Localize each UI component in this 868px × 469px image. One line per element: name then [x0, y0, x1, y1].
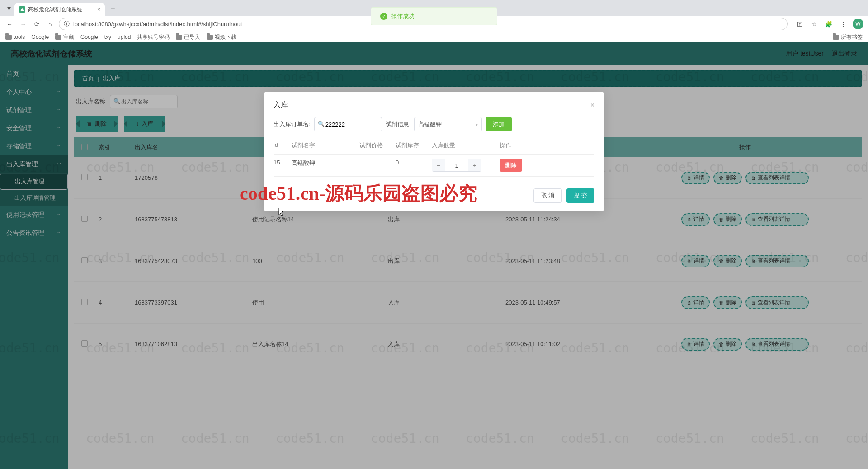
bookmark-item[interactable]: 已导入	[176, 33, 200, 41]
folder-icon	[176, 35, 182, 40]
mth-price: 试剂价格	[359, 141, 396, 150]
mth-stock: 试剂库存	[396, 141, 432, 150]
all-bookmarks[interactable]: 所有书签	[833, 33, 863, 41]
bookmark-item[interactable]: 视频下载	[207, 33, 236, 41]
folder-icon	[833, 35, 839, 40]
mtd-id: 15	[274, 159, 292, 172]
modal-table: id 试剂名字 试剂价格 试剂库存 入库数量 操作 15 高锰酸钾 0 − 1 …	[274, 137, 594, 177]
chevron-down-icon: ▾	[476, 122, 478, 127]
new-tab-button[interactable]: +	[107, 4, 119, 12]
menu-icon[interactable]: ⋮	[838, 21, 848, 28]
stepper-minus[interactable]: −	[432, 159, 445, 171]
back-icon[interactable]: ←	[5, 21, 14, 28]
favicon-icon	[19, 6, 25, 13]
folder-icon	[207, 35, 213, 40]
check-icon: ✓	[380, 13, 387, 20]
toast-success: ✓ 操作成功	[371, 7, 497, 25]
mtd-name: 高锰酸钾	[292, 159, 359, 172]
modal-header: 入库 ×	[264, 92, 604, 113]
submit-button[interactable]: 提 交	[566, 188, 594, 203]
mth-id: id	[274, 141, 292, 150]
bookmark-item[interactable]: txy	[104, 34, 111, 40]
stepper-value: 1	[445, 162, 468, 169]
reload-icon[interactable]: ⟳	[32, 21, 42, 28]
home-icon[interactable]: ⌂	[45, 21, 55, 28]
extensions-icon[interactable]: 🧩	[824, 21, 834, 28]
bookmarks-bar: tools Google 宝藏 Google txy uplod 共享账号密码 …	[0, 32, 868, 42]
bookmark-star-icon[interactable]: ☆	[809, 21, 819, 28]
folder-icon	[55, 35, 61, 40]
reagent-select[interactable]: 高锰酸钾▾	[414, 117, 482, 131]
browser-tab[interactable]: 高校危化试剂仓储系统 ×	[14, 3, 105, 16]
bookmark-item[interactable]: 宝藏	[55, 33, 74, 41]
close-tab-icon[interactable]: ×	[97, 6, 100, 13]
mth-name: 试剂名字	[292, 141, 359, 150]
order-label: 出入库订单名:	[274, 120, 311, 128]
modal-form-row: 出入库订单名: 🔍 试剂信息: 高锰酸钾▾ 添加	[274, 117, 594, 131]
mth-qty: 入库数量	[432, 141, 500, 150]
tab-title: 高校危化试剂仓储系统	[28, 6, 82, 14]
mtd-price	[359, 159, 396, 172]
stepper-plus[interactable]: +	[468, 159, 481, 171]
url-text: localhost:8080/gxwhsjccxt/admin/dist/ind…	[73, 21, 242, 28]
anti-theft-watermark: code51.cn-源码乐园盗图必究	[240, 181, 477, 206]
profile-avatar[interactable]: W	[853, 19, 863, 29]
key-icon[interactable]: ⚿	[795, 21, 805, 28]
add-button[interactable]: 添加	[486, 117, 512, 131]
mth-op: 操作	[500, 141, 545, 150]
bookmark-item[interactable]: uplod	[118, 34, 131, 40]
search-icon: 🔍	[318, 121, 325, 127]
tabs-dropdown[interactable]: ▾	[4, 4, 14, 13]
site-info-icon[interactable]: ⓘ	[64, 20, 70, 28]
bookmark-item[interactable]: 共享账号密码	[137, 33, 170, 41]
quantity-stepper[interactable]: − 1 +	[432, 159, 481, 172]
folder-icon	[5, 35, 12, 40]
modal-table-row: 15 高锰酸钾 0 − 1 + 删除	[274, 155, 594, 177]
row-delete-button[interactable]: 删除	[500, 159, 522, 172]
modal-title: 入库	[274, 100, 288, 110]
mtd-stock: 0	[396, 159, 432, 172]
modal-close-icon[interactable]: ×	[590, 101, 594, 109]
toast-text: 操作成功	[391, 12, 415, 20]
bookmark-item[interactable]: Google	[80, 34, 98, 40]
cancel-button[interactable]: 取 消	[533, 188, 562, 203]
bookmark-item[interactable]: Google	[31, 34, 49, 40]
bookmark-item[interactable]: tools	[5, 34, 25, 40]
reagent-label: 试剂信息:	[386, 120, 411, 128]
forward-icon[interactable]: →	[18, 21, 28, 28]
